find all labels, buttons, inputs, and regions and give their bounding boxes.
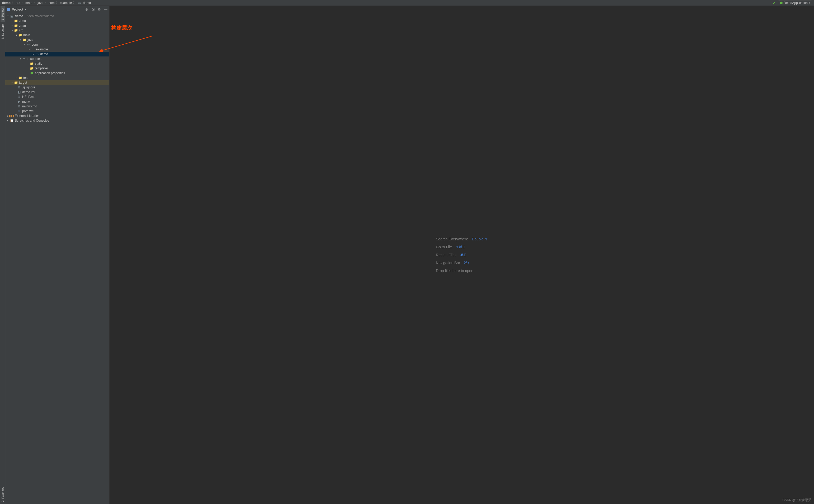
breadcrumbs: demo 〉 src 〉 main 〉 java 〉 com 〉 example…	[2, 1, 91, 5]
spring-icon: ⬢	[780, 1, 783, 5]
arrow-down-icon: ▾	[27, 48, 31, 51]
arrow-right-icon: ▸	[6, 119, 10, 122]
iml-icon: ◧	[17, 90, 21, 94]
package-icon: ▭	[26, 43, 31, 46]
tool-tab-project[interactable]: 1: Project	[1, 6, 5, 22]
crumb-demo-pkg[interactable]: ▭demo	[77, 1, 91, 5]
project-sidebar: Project ▾ ⊕ ⇲ ⚙ — ▾ ▣ demo ~/IdeaProject…	[5, 6, 110, 504]
crumb-src[interactable]: src	[16, 1, 20, 5]
folder-icon: 📁	[30, 66, 34, 70]
project-tree: ▾ ▣ demo ~/IdeaProjects/demo ▸ 📁 .idea ▸…	[5, 13, 109, 504]
arrow-right-icon: ▸	[32, 53, 35, 55]
tree-item-static[interactable]: 📁 static	[5, 61, 109, 66]
arrow-down-icon: ▾	[15, 34, 18, 36]
arrow-right-icon: ▸	[11, 20, 14, 22]
welcome-hints: Search Everywhere Double ⇧ Go to File ⇧⌘…	[436, 233, 487, 277]
watermark: CSDN @沉默青忍受	[782, 498, 811, 502]
editor-area[interactable]: 构建层次 Search Everywhere Double ⇧ Go to Fi…	[110, 6, 814, 504]
folder-icon: 📁	[18, 33, 22, 37]
project-icon	[7, 8, 10, 11]
hint-drop: Drop files here to open	[436, 269, 487, 273]
markdown-icon: ⬇	[17, 95, 21, 99]
sidebar-header: Project ▾ ⊕ ⇲ ⚙ —	[5, 6, 109, 13]
arrow-down-icon: ▾	[19, 58, 22, 60]
tree-item-mvn[interactable]: ▸ 📁 .mvn	[5, 23, 109, 28]
hint-search: Search Everywhere Double ⇧	[436, 237, 487, 241]
package-icon: ▭	[31, 47, 35, 51]
arrow-right-icon: ▸	[11, 24, 14, 27]
tree-item-test[interactable]: ▸ 📁 test	[5, 75, 109, 80]
tree-item-resources[interactable]: ▾ 🗀 resources	[5, 56, 109, 61]
crumb-java[interactable]: java	[37, 1, 43, 5]
crumb-demo[interactable]: demo	[2, 1, 11, 5]
chevron-right-icon: 〉	[73, 1, 76, 5]
tree-item-example[interactable]: ▾ ▭ example	[5, 47, 109, 52]
hint-navbar: Navigation Bar ⌘↑	[436, 261, 487, 265]
folder-icon: 📁	[14, 28, 18, 32]
hint-recent: Recent Files ⌘E	[436, 253, 487, 257]
chevron-down-icon: ▾	[25, 8, 26, 11]
arrow-down-icon: ▾	[11, 29, 14, 32]
arrow-down-icon: ▾	[6, 15, 10, 17]
run-config-label: DemoApplication	[784, 1, 808, 5]
chevron-down-icon: ▾	[809, 2, 810, 4]
annotation-label: 构建层次	[111, 24, 132, 31]
breadcrumb-bar: demo 〉 src 〉 main 〉 java 〉 com 〉 example…	[0, 0, 814, 6]
left-tool-gutter: 1: Project 7: Structure 2: Favorites	[0, 6, 5, 504]
excluded-folder-icon: 📁	[14, 81, 18, 84]
folder-icon: 📁	[30, 62, 34, 65]
topbar-right: ✔ ⬢ DemoApplication ▾	[773, 1, 812, 5]
tree-item-scratches[interactable]: ▸ 📋 Scratches and Consoles	[5, 118, 109, 123]
tree-item-mvnw-cmd[interactable]: 🗎 mvnw.cmd	[5, 104, 109, 109]
build-status-icon[interactable]: ✔	[773, 1, 776, 5]
maven-icon: m	[17, 110, 21, 113]
tree-item-java[interactable]: ▾ 📁 java	[5, 37, 109, 42]
tool-tab-structure[interactable]: 7: Structure	[1, 22, 5, 41]
crumb-example[interactable]: example	[60, 1, 72, 5]
arrow-down-icon: ▾	[19, 39, 22, 41]
folder-icon: 📁	[14, 24, 18, 27]
tree-item-src[interactable]: ▾ 📁 src	[5, 28, 109, 33]
run-config-selector[interactable]: ⬢ DemoApplication ▾	[778, 1, 812, 5]
properties-icon: ⬢	[30, 71, 34, 75]
gear-icon[interactable]: ⚙	[97, 7, 101, 12]
chevron-right-icon: 〉	[21, 1, 24, 5]
sidebar-title[interactable]: Project ▾	[7, 7, 26, 11]
hint-goto: Go to File ⇧⌘O	[436, 245, 487, 249]
arrow-right-icon: ▸	[15, 77, 18, 79]
locate-icon[interactable]: ⊕	[84, 7, 89, 12]
expand-collapse-icon[interactable]: ⇲	[91, 7, 95, 12]
package-icon: ▭	[77, 1, 81, 5]
package-icon: ▭	[35, 52, 39, 56]
tree-item-ext-libs[interactable]: ▸ ▮▮▮ External Libraries	[5, 113, 109, 118]
chevron-right-icon: 〉	[44, 1, 48, 5]
module-icon: ▣	[10, 14, 14, 18]
tree-item-mvnw[interactable]: ▶ mvnw	[5, 99, 109, 104]
folder-icon: 📁	[18, 76, 22, 80]
hide-icon[interactable]: —	[103, 7, 108, 12]
source-folder-icon: 📁	[22, 38, 26, 42]
tree-item-pom[interactable]: m pom.xml	[5, 109, 109, 113]
crumb-main[interactable]: main	[25, 1, 32, 5]
tree-item-demo-pkg[interactable]: ▸ ▭ demo	[5, 52, 109, 56]
tree-item-main[interactable]: ▾ 📁 main	[5, 33, 109, 37]
libraries-icon: ▮▮▮	[10, 114, 14, 118]
tree-item-help-md[interactable]: ⬇ HELP.md	[5, 94, 109, 99]
tree-item-templates[interactable]: 📁 templates	[5, 66, 109, 71]
file-icon: 🗎	[17, 85, 21, 89]
folder-icon: 📁	[14, 19, 18, 23]
tree-item-gitignore[interactable]: 🗎 .gitignore	[5, 85, 109, 90]
tree-root[interactable]: ▾ ▣ demo ~/IdeaProjects/demo	[5, 14, 109, 18]
tree-item-target[interactable]: ▸ 📁 target	[5, 80, 109, 85]
tree-item-idea[interactable]: ▸ 📁 .idea	[5, 18, 109, 23]
tree-item-app-props[interactable]: ⬢ application.properties	[5, 71, 109, 75]
scratches-icon: 📋	[10, 119, 14, 122]
tool-tab-favorites[interactable]: 2: Favorites	[1, 485, 5, 504]
chevron-right-icon: 〉	[56, 1, 59, 5]
tree-item-demo-iml[interactable]: ◧ demo.iml	[5, 90, 109, 94]
file-icon: 🗎	[17, 104, 21, 108]
crumb-com[interactable]: com	[49, 1, 55, 5]
arrow-right-icon: ▸	[11, 81, 14, 84]
arrow-down-icon: ▾	[23, 43, 26, 46]
tree-item-com[interactable]: ▾ ▭ com	[5, 42, 109, 47]
